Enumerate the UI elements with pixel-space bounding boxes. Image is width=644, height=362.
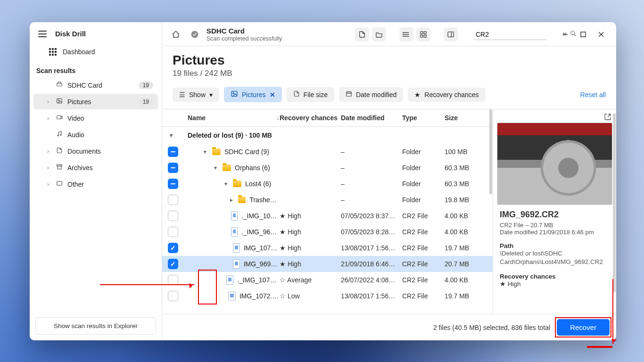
folder-view-icon[interactable] <box>372 27 386 41</box>
svg-rect-29 <box>448 32 454 37</box>
sidebar-item-label: Pictures <box>67 98 135 106</box>
table-row[interactable]: ._IMG_1072.CR2☆ Average26/07/2022 4:08…C… <box>162 272 493 288</box>
show-in-explorer-button[interactable]: Show scan results in Explorer <box>35 317 156 335</box>
file-size: 4.00 KB <box>445 212 487 220</box>
sidebar-item-documents[interactable]: ›Documents <box>33 143 158 159</box>
sidebar-item-label: Video <box>67 115 153 122</box>
file-size: 20.7 MB <box>445 260 487 268</box>
svg-rect-34 <box>581 32 586 37</box>
row-checkbox[interactable] <box>168 163 178 173</box>
filter-filesize[interactable]: File size <box>287 87 334 102</box>
date-modified: – <box>341 196 402 204</box>
table-row[interactable]: IMG_1072.CR2☆ Low13/08/2017 1:56…CR2 Fil… <box>162 288 493 304</box>
preview-path: \Deleted or lost\SDHC Card\Orphans\Lost4… <box>500 249 610 266</box>
header-title: SDHC Card <box>206 27 329 35</box>
panel-toggle-icon[interactable] <box>444 27 458 41</box>
file-name: ._IMG_1072.CR2 <box>237 276 280 284</box>
col-name[interactable]: Name↓ <box>188 114 280 122</box>
minimize-button[interactable] <box>557 28 574 41</box>
col-size[interactable]: Size <box>445 114 487 122</box>
svg-rect-8 <box>55 54 57 56</box>
chevron-down-icon[interactable]: ▾ <box>202 148 208 155</box>
svg-point-23 <box>403 34 404 34</box>
folder-icon <box>223 165 231 171</box>
sidebar-item-sdhc[interactable]: SDHC Card19 <box>33 77 158 93</box>
col-type[interactable]: Type <box>402 114 445 122</box>
row-checkbox[interactable] <box>168 147 178 157</box>
topbar: SDHC Card Scan completed successfully ✕ <box>162 22 616 46</box>
table-row[interactable]: ._IMG_9692.CR2★ High07/05/2023 8:28…CR2 … <box>162 224 493 240</box>
sidebar-item-audio[interactable]: Audio <box>33 127 158 142</box>
group-header[interactable]: ▾ Deleted or lost (9) · 100 MB <box>162 127 493 144</box>
home-icon[interactable] <box>169 27 183 41</box>
filter-chances[interactable]: ★ Recovery chances <box>408 88 485 102</box>
status-bar: 2 files (40.5 MB) selected, 836 files to… <box>162 314 616 340</box>
row-checkbox[interactable] <box>168 211 178 221</box>
sidebar-dashboard[interactable]: Dashboard <box>30 43 162 60</box>
doc-icon <box>55 147 64 155</box>
table-row[interactable]: ✓IMG_9692.CR2★ High21/09/2018 6:46…CR2 F… <box>162 256 493 272</box>
sidebar-item-archives[interactable]: ›Archives <box>33 160 158 175</box>
recovery-chance: ★ High <box>280 212 341 220</box>
menu-icon[interactable] <box>38 31 47 37</box>
file-size: 19.7 MB <box>445 292 487 300</box>
row-checkbox[interactable] <box>168 291 178 301</box>
table-row[interactable]: ▾Lost4 (6)–Folder60.3 MB <box>162 176 493 192</box>
image-file-icon <box>228 291 236 301</box>
chevron-icon: › <box>45 181 51 188</box>
row-checkbox[interactable]: ✓ <box>168 243 178 253</box>
table-row[interactable]: ▾Orphans (6)–Folder60.3 MB <box>162 160 493 176</box>
close-button[interactable] <box>593 28 610 41</box>
row-checkbox[interactable] <box>168 195 178 205</box>
table-row[interactable]: ._IMG_1072.CR2★ High07/05/2023 8:37…CR2 … <box>162 208 493 224</box>
count-badge: 19 <box>139 82 153 89</box>
filter-pictures[interactable]: Pictures ✕ <box>224 87 282 102</box>
row-checkbox[interactable] <box>168 227 178 237</box>
search-input[interactable] <box>475 30 559 39</box>
chevron-down-icon[interactable]: ▾ <box>212 165 219 171</box>
date-modified: – <box>341 148 402 156</box>
reset-filters-link[interactable]: Reset all <box>580 91 606 99</box>
table-row[interactable]: ▾SDHC Card (9)–Folder100 MB <box>162 144 493 160</box>
list-view-icon[interactable] <box>399 27 413 41</box>
sidebar-item-pictures[interactable]: ›Pictures19 <box>33 94 158 109</box>
sidebar-item-other[interactable]: ›Other <box>33 176 158 192</box>
preview-pane: IMG_9692.CR2 CR2 File – 20.7 MB Date mod… <box>493 109 616 314</box>
row-checkbox[interactable] <box>168 275 178 285</box>
grid-view-icon[interactable] <box>416 27 430 41</box>
preview-scrollbar[interactable] <box>613 113 616 292</box>
table-row[interactable]: ▸Trashes (2)–Folder19.8 MB <box>162 192 493 208</box>
col-date[interactable]: Date modified <box>341 114 402 122</box>
popout-icon[interactable] <box>604 113 611 122</box>
recover-button[interactable]: Recover <box>557 319 610 336</box>
chevron-right-icon[interactable]: ▸ <box>229 197 235 203</box>
svg-rect-7 <box>52 54 54 56</box>
svg-rect-3 <box>49 51 51 53</box>
maximize-button[interactable] <box>575 28 592 41</box>
recovery-chance: ☆ Low <box>280 292 341 300</box>
row-checkbox[interactable]: ✓ <box>168 259 178 269</box>
recovery-chance: ★ High <box>280 228 341 236</box>
filter-toolbar: ☰ Show ▾ Pictures ✕ File size <box>162 81 616 109</box>
show-dropdown[interactable]: ☰ Show ▾ <box>173 88 219 102</box>
svg-rect-26 <box>424 32 426 34</box>
col-chances[interactable]: Recovery chances <box>280 114 341 122</box>
remove-filter-icon[interactable]: ✕ <box>270 91 275 99</box>
file-name: Orphans (6) <box>235 164 270 172</box>
star-icon: ★ <box>414 91 421 99</box>
chevron-down-icon[interactable]: ▾ <box>223 181 229 187</box>
row-checkbox[interactable] <box>168 179 178 189</box>
svg-point-24 <box>403 36 404 36</box>
filter-date[interactable]: Date modified <box>339 87 403 102</box>
file-name: ._IMG_1072.CR2 <box>241 212 280 220</box>
table-row[interactable]: ✓IMG_1072.CR2★ High13/08/2017 1:56…CR2 F… <box>162 240 493 256</box>
chevron-down-icon[interactable]: ▾ <box>168 132 174 139</box>
file-view-icon[interactable] <box>355 27 369 41</box>
file-type: CR2 File <box>402 292 445 300</box>
sidebar-item-video[interactable]: ›Video <box>33 110 158 126</box>
search-field[interactable]: ✕ <box>474 29 546 40</box>
scrollbar[interactable] <box>489 109 493 314</box>
chevron-icon: › <box>45 148 51 155</box>
svg-rect-10 <box>57 99 62 103</box>
file-size: 60.3 MB <box>445 180 487 188</box>
